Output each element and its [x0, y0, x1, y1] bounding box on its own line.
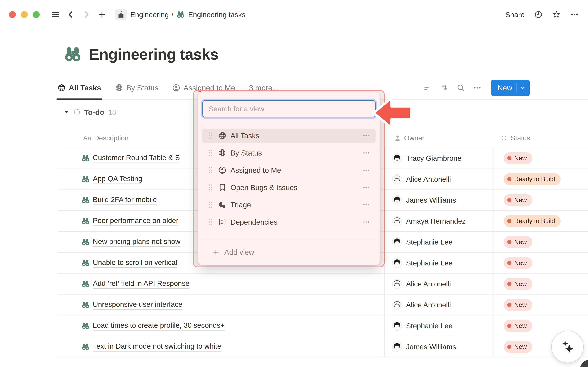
drag-handle-icon[interactable]	[208, 201, 214, 209]
view-option-menu-icon[interactable]	[363, 132, 370, 139]
view-option-menu-icon[interactable]	[363, 201, 370, 209]
view-option-menu-icon[interactable]	[363, 149, 370, 157]
owner-cell[interactable]: Stephanie Lee	[385, 316, 494, 336]
task-title[interactable]: App QA Testing	[93, 174, 142, 184]
search-icon[interactable]	[457, 83, 465, 92]
status-cell[interactable]: New	[494, 274, 588, 294]
view-option-menu-icon[interactable]	[363, 184, 370, 191]
drag-handle-icon[interactable]	[208, 149, 214, 157]
status-dot-icon	[507, 261, 511, 265]
status-dot-icon	[507, 324, 511, 328]
share-button[interactable]: Share	[505, 10, 525, 19]
task-title[interactable]: Unresponsive user interface	[93, 300, 182, 310]
status-label: New	[514, 238, 527, 246]
breadcrumb-page[interactable]: Engineering tasks	[188, 10, 245, 19]
status-cell[interactable]: New	[494, 148, 588, 168]
status-cell[interactable]: Ready to Build	[494, 211, 588, 231]
view-option-menu-icon[interactable]	[363, 167, 370, 174]
status-badge[interactable]: New	[504, 236, 532, 248]
task-title[interactable]: Text in Dark mode not switching to white	[93, 342, 221, 351]
todo-status-circle-icon	[73, 108, 81, 116]
status-badge[interactable]: New	[504, 299, 532, 311]
task-title[interactable]: Poor performance on older	[93, 216, 178, 226]
status-badge[interactable]: New	[504, 152, 532, 164]
view-search-input[interactable]	[202, 100, 376, 117]
owner-cell[interactable]: Stephanie Lee	[385, 232, 494, 252]
owner-cell[interactable]: Stephanie Lee	[385, 253, 494, 273]
column-header-status[interactable]: Status	[500, 128, 530, 148]
tab-all-tasks[interactable]: All Tasks	[57, 76, 101, 100]
task-title[interactable]: New pricing plans not show	[93, 237, 180, 247]
view-option-menu-icon[interactable]	[363, 218, 370, 226]
drag-handle-icon[interactable]	[208, 218, 214, 226]
status-badge[interactable]: New	[504, 194, 532, 206]
view-search-dropdown: All TasksBy StatusAssigned to MeOpen Bug…	[198, 92, 380, 265]
filter-icon[interactable]	[424, 83, 432, 92]
minimize-window-button[interactable]	[21, 11, 28, 18]
description-cell[interactable]: Add ’ref’ field in API Response	[57, 274, 385, 294]
drag-handle-icon[interactable]	[208, 184, 214, 192]
page-title[interactable]: Engineering tasks	[89, 46, 218, 63]
view-option-all-tasks[interactable]: All Tasks	[202, 129, 376, 143]
add-view-button[interactable]: Add view	[202, 243, 376, 262]
more-views-button[interactable]: 3 more...	[249, 83, 278, 92]
description-cell[interactable]: Text in Dark mode not switching to white	[57, 336, 385, 357]
new-button-label[interactable]: New	[491, 84, 517, 92]
column-header-description[interactable]: Aa Description	[83, 128, 129, 148]
status-cell[interactable]: Ready to Build	[494, 169, 588, 190]
new-button[interactable]: New	[491, 80, 530, 96]
new-page-icon[interactable]	[97, 10, 106, 19]
teamspace-building-icon[interactable]	[115, 9, 127, 20]
view-option-by-status[interactable]: By Status	[202, 146, 376, 160]
group-name[interactable]: To-do	[84, 108, 104, 117]
view-more-icon[interactable]	[473, 83, 482, 92]
status-badge[interactable]: New	[504, 257, 532, 269]
status-cell[interactable]: New	[494, 190, 588, 210]
owner-cell[interactable]: Tracy Giambrone	[385, 148, 494, 168]
collapse-triangle-icon[interactable]	[64, 109, 69, 115]
task-title[interactable]: Load times to create profile, 30 seconds…	[93, 321, 225, 331]
owner-cell[interactable]: James Williams	[385, 336, 494, 357]
breadcrumb-space[interactable]: Engineering	[130, 10, 169, 19]
view-option-assigned-to-me[interactable]: Assigned to Me	[202, 163, 376, 177]
status-badge[interactable]: New	[504, 278, 532, 290]
close-window-button[interactable]	[9, 11, 16, 18]
more-options-icon[interactable]	[570, 10, 579, 19]
owner-cell[interactable]: Alice Antonelli	[385, 294, 494, 315]
column-label: Status	[511, 134, 530, 142]
shapes-icon	[218, 201, 226, 209]
owner-cell[interactable]: James Williams	[385, 190, 494, 210]
back-icon[interactable]	[66, 10, 75, 19]
view-option-dependencies[interactable]: Dependencies	[202, 215, 376, 229]
status-badge[interactable]: Ready to Build	[504, 173, 561, 185]
status-cell[interactable]: New	[494, 232, 588, 252]
page-binoculars-icon[interactable]	[63, 45, 82, 64]
favorite-star-icon[interactable]	[552, 10, 561, 19]
binoculars-icon	[81, 154, 90, 163]
status-badge[interactable]: Ready to Build	[504, 215, 561, 227]
view-option-open-bugs-issues[interactable]: Open Bugs & Issues	[202, 180, 376, 194]
status-cell[interactable]: New	[494, 253, 588, 273]
description-cell[interactable]: Unresponsive user interface	[57, 294, 385, 315]
description-cell[interactable]: Load times to create profile, 30 seconds…	[57, 316, 385, 336]
task-title[interactable]: Add ’ref’ field in API Response	[93, 279, 190, 289]
view-option-triage[interactable]: Triage	[202, 198, 376, 212]
chevron-down-icon[interactable]	[519, 84, 526, 91]
drag-handle-icon[interactable]	[208, 132, 214, 140]
status-badge[interactable]: New	[504, 320, 532, 332]
zoom-window-button[interactable]	[33, 11, 40, 18]
status-cell[interactable]: New	[494, 294, 588, 315]
sort-icon[interactable]	[440, 83, 449, 92]
owner-cell[interactable]: Alice Antonelli	[385, 169, 494, 190]
owner-cell[interactable]: Alice Antonelli	[385, 274, 494, 294]
task-title[interactable]: Customer Round Table & S	[93, 153, 180, 163]
owner-cell[interactable]: Amaya Hernandez	[385, 211, 494, 231]
sidebar-toggle-icon[interactable]	[51, 10, 60, 19]
task-title[interactable]: Build 2FA for mobile	[93, 195, 157, 205]
drag-handle-icon[interactable]	[208, 166, 214, 174]
task-title[interactable]: Unable to scroll on vertical	[93, 258, 177, 268]
status-badge[interactable]: New	[504, 341, 532, 353]
history-clock-icon[interactable]	[534, 10, 543, 19]
ai-assistant-button[interactable]	[551, 331, 584, 363]
tab-by-status[interactable]: By Status	[115, 76, 158, 100]
